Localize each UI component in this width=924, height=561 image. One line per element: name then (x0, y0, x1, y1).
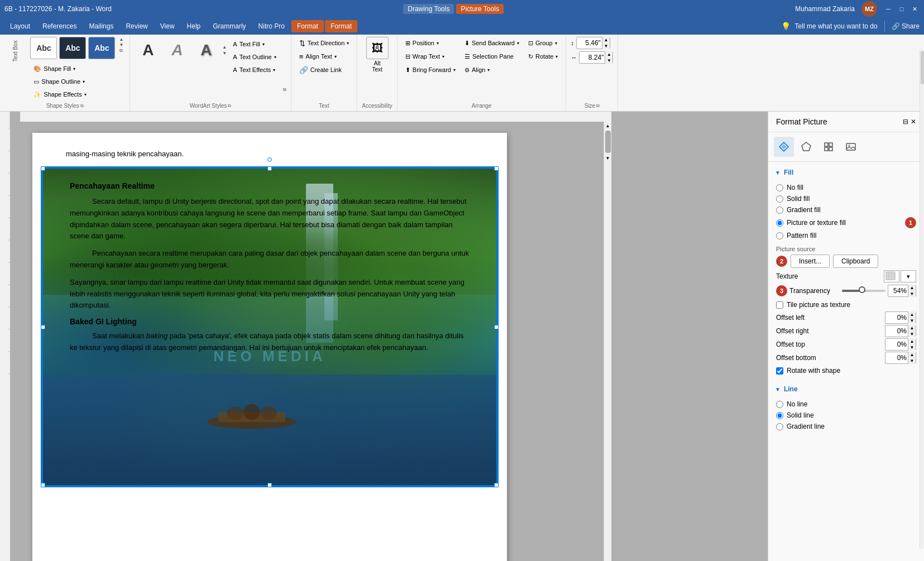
handle-bottom-right[interactable] (494, 483, 499, 487)
picture-tools-tab[interactable]: Picture Tools (456, 4, 503, 14)
wordart-shadow[interactable]: A (164, 37, 190, 64)
offset-left-field[interactable]: ▲ ▼ (885, 311, 916, 324)
menu-format-1[interactable]: Format (291, 20, 324, 32)
text-fill-button[interactable]: A Text Fill ▾ (229, 38, 279, 50)
menu-mailings[interactable]: Mailings (83, 20, 119, 32)
rotate-checkbox[interactable] (776, 367, 783, 375)
menu-grammarly[interactable]: Grammarly (207, 20, 251, 32)
scroll-thumb[interactable] (605, 131, 611, 153)
document-scrollbar[interactable]: ▲ ▼ (604, 122, 611, 561)
scroll-up-icon[interactable]: ▲ (222, 44, 227, 50)
drawing-tools-tab[interactable]: Drawing Tools (403, 4, 454, 14)
transparency-value-field[interactable]: ▲ ▼ (888, 285, 916, 297)
shape-styles-expand[interactable]: ▲ ▼ ⧉ (117, 37, 125, 54)
clipboard-button[interactable]: Clipboard (833, 255, 878, 268)
align-button[interactable]: ⊜ Align ▾ (461, 64, 523, 76)
offset-bottom-down[interactable]: ▼ (908, 358, 916, 364)
solid-line-radio[interactable] (776, 412, 783, 419)
handle-bottom-left[interactable] (41, 483, 45, 487)
text-direction-button[interactable]: ⇅ Text Direction ▾ (296, 37, 353, 49)
handle-top-middle[interactable] (267, 166, 272, 171)
group-expand-icon[interactable]: ⧉ (80, 103, 84, 109)
tab-picture[interactable] (841, 137, 861, 157)
selection-pane-button[interactable]: ☰ Selection Pane (461, 50, 523, 63)
restore-button[interactable]: □ (897, 4, 906, 13)
no-line-option[interactable]: No line (776, 399, 916, 410)
height-input[interactable] (577, 39, 602, 47)
shape-swatch-blue[interactable]: Abc (88, 37, 115, 59)
width-field[interactable]: ▲ ▼ (579, 51, 613, 64)
minimize-button[interactable]: ─ (884, 4, 893, 13)
transparency-down[interactable]: ▼ (908, 291, 916, 297)
offset-right-input[interactable] (885, 327, 908, 335)
insert-button[interactable]: Insert... (791, 255, 830, 268)
picture-fill-option[interactable]: Picture or texture fill 1 (776, 215, 916, 230)
width-down-button[interactable]: ▼ (605, 57, 612, 64)
menu-nitro[interactable]: Nitro Pro (253, 20, 290, 32)
rotate-checkbox-row[interactable]: Rotate with shape (776, 365, 916, 376)
transparency-slider[interactable] (842, 290, 885, 292)
create-link-button[interactable]: 🔗 Create Link (296, 64, 353, 76)
tile-checkbox[interactable] (776, 301, 783, 309)
bring-forward-button[interactable]: ⬆ Bring Forward ▾ (402, 64, 459, 76)
height-field[interactable]: ▲ ▼ (576, 37, 610, 49)
picture-fill-radio[interactable] (776, 219, 783, 227)
offset-top-down[interactable]: ▼ (908, 344, 916, 351)
offset-left-input[interactable] (885, 314, 908, 322)
no-line-radio[interactable] (776, 401, 783, 408)
offset-right-field[interactable]: ▲ ▼ (885, 325, 916, 337)
close-button[interactable]: ✕ (911, 4, 920, 13)
transparency-thumb[interactable] (859, 286, 865, 293)
height-down-button[interactable]: ▼ (602, 43, 610, 49)
gradient-fill-option[interactable]: Gradient fill (776, 204, 916, 215)
scroll-down-icon[interactable]: ▼ (222, 50, 227, 56)
rotate-button[interactable]: ↻ Rotate ▾ (525, 50, 561, 63)
offset-bottom-input[interactable] (885, 354, 908, 362)
offset-right-down[interactable]: ▼ (908, 331, 916, 337)
group-expand-icon[interactable]: ⧉ (228, 103, 231, 109)
text-effects-button[interactable]: A Text Effects ▾ (229, 64, 279, 76)
menu-layout[interactable]: Layout (4, 20, 36, 32)
transparency-up[interactable]: ▲ (908, 285, 916, 291)
shape-effects-button[interactable]: ✨ Shape Effects ▾ (30, 88, 115, 100)
handle-top-left[interactable] (41, 166, 45, 171)
texture-picker[interactable] (884, 270, 899, 282)
send-backward-button[interactable]: ⬇ Send Backward ▾ (461, 37, 523, 49)
menu-references[interactable]: References (37, 20, 82, 32)
scroll-up-btn[interactable]: ▲ (604, 122, 611, 130)
panel-scrollbar[interactable] (920, 112, 924, 549)
offset-top-field[interactable]: ▲ ▼ (885, 338, 916, 351)
image-frame[interactable]: NEO MEDIA Pencahayaan Realtime Secara de… (41, 166, 499, 487)
panel-collapse-button[interactable]: ⊟ (903, 118, 908, 126)
menu-help[interactable]: Help (181, 20, 207, 32)
size-expand-icon[interactable]: ⧉ (596, 103, 600, 109)
tab-fill-effects[interactable] (774, 137, 794, 157)
width-up-button[interactable]: ▲ (605, 51, 612, 57)
wordart-plain[interactable]: A (135, 37, 161, 64)
share-button[interactable]: 🔗 Share (892, 22, 920, 30)
fill-section-header[interactable]: ▼ Fill (768, 165, 924, 180)
line-section-header[interactable]: ▼ Line (768, 382, 924, 396)
menu-review[interactable]: Review (120, 20, 153, 32)
tile-checkbox-row[interactable]: Tile picture as texture (776, 299, 916, 310)
align-text-button[interactable]: ≡ Align Text ▾ (296, 50, 353, 63)
pattern-fill-radio[interactable] (776, 232, 783, 239)
dialog-launcher-icon[interactable]: ⧉ (119, 48, 123, 54)
shape-outline-button[interactable]: ▭ Shape Outline ▾ (30, 75, 115, 88)
scroll-down-btn[interactable]: ▼ (604, 154, 611, 162)
texture-dropdown-button[interactable]: ▾ (901, 270, 916, 282)
handle-middle-left[interactable] (41, 325, 45, 329)
no-fill-radio[interactable] (776, 184, 783, 191)
handle-bottom-middle[interactable] (267, 483, 272, 487)
gradient-fill-radio[interactable] (776, 207, 783, 214)
wrap-text-button[interactable]: ⊟ Wrap Text ▾ (402, 50, 459, 63)
solid-line-option[interactable]: Solid line (776, 410, 916, 421)
gradient-line-radio[interactable] (776, 423, 783, 430)
position-button[interactable]: ⊞ Position ▾ (402, 37, 459, 49)
no-fill-option[interactable]: No fill (776, 182, 916, 193)
offset-bottom-up[interactable]: ▲ (908, 352, 916, 358)
pattern-fill-option[interactable]: Pattern fill (776, 230, 916, 241)
offset-top-up[interactable]: ▲ (908, 338, 916, 344)
solid-fill-option[interactable]: Solid fill (776, 193, 916, 204)
height-up-button[interactable]: ▲ (602, 37, 610, 43)
